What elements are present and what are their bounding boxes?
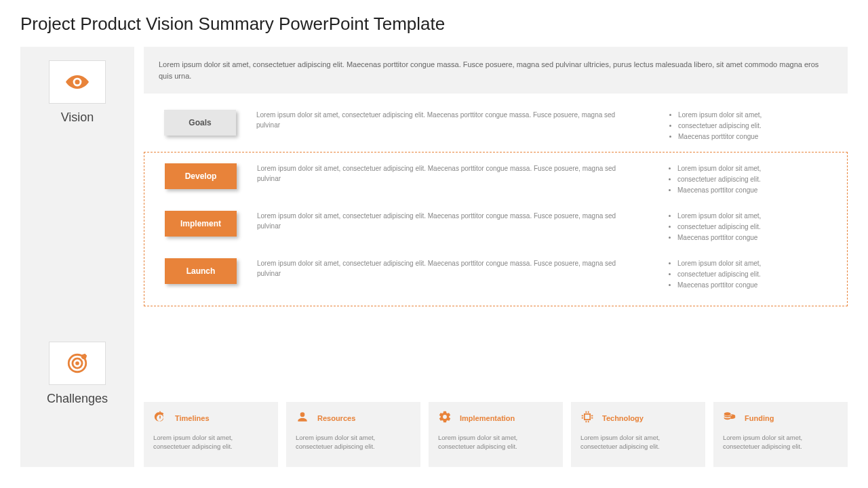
card-body: Lorem ipsum dolor sit amet, consectetuer… [580,433,696,451]
gear-icon [438,410,452,426]
content-area: Lorem ipsum dolor sit amet, consectetuer… [144,47,848,467]
phase-row-implement: Implement Lorem ipsum dolor sit amet, co… [144,205,847,249]
list-item: Lorem ipsum dolor sit amet, [678,110,837,121]
launch-button[interactable]: Launch [165,258,237,284]
stopwatch-icon [153,410,167,426]
dashed-highlight-group: Develop Lorem ipsum dolor sit amet, cons… [144,152,848,306]
list-item: Maecenas porttitor congue [677,232,836,243]
coins-icon [723,410,736,426]
phase-row-develop: Develop Lorem ipsum dolor sit amet, cons… [144,158,847,201]
goals-button[interactable]: Goals [164,110,236,136]
card-implementation: Implementation Lorem ipsum dolor sit ame… [429,402,563,467]
list-item: consectetuer adipiscing elit. [677,269,836,280]
vision-card: Vision [49,60,106,125]
develop-bullets: Lorem ipsum dolor sit amet, consectetuer… [667,163,836,196]
card-body: Lorem ipsum dolor sit amet, consectetuer… [153,433,269,451]
person-icon [296,410,309,426]
implement-desc: Lorem ipsum dolor sit amet, consectetuer… [257,211,646,231]
list-item: consectetuer adipiscing elit. [677,174,836,185]
list-item: consectetuer adipiscing elit. [677,222,836,232]
launch-desc: Lorem ipsum dolor sit amet, consectetuer… [257,258,646,279]
card-body: Lorem ipsum dolor sit amet, consectetuer… [438,433,553,451]
list-item: Lorem ipsum dolor sit amet, [677,211,836,222]
card-title: Resources [317,414,355,422]
main-layout: Vision Challenges Lorem ipsum dolor sit … [20,47,848,467]
implement-button[interactable]: Implement [165,211,237,237]
list-item: Maecenas porttitor congue [677,185,836,196]
develop-button[interactable]: Develop [165,163,237,189]
target-icon [49,342,106,385]
card-title: Technology [602,414,644,422]
card-title: Funding [745,414,774,422]
card-title: Implementation [460,414,515,422]
card-technology: Technology Lorem ipsum dolor sit amet, c… [571,402,705,467]
goals-bullets: Lorem ipsum dolor sit amet, consectetuer… [667,110,837,142]
challenges-card: Challenges [47,342,108,406]
card-title: Timelines [175,414,210,422]
challenge-cards: Timelines Lorem ipsum dolor sit amet, co… [144,402,848,467]
list-item: Maecenas porttitor congue [678,131,837,142]
implement-bullets: Lorem ipsum dolor sit amet, consectetuer… [667,211,836,243]
phase-row-goals: Goals Lorem ipsum dolor sit amet, consec… [144,104,848,148]
list-item: consectetuer adipiscing elit. [678,121,837,131]
develop-desc: Lorem ipsum dolor sit amet, consectetuer… [257,163,646,184]
eye-icon [49,60,106,104]
phases-area: Goals Lorem ipsum dolor sit amet, consec… [144,104,848,402]
list-item: Maecenas porttitor congue [677,280,836,291]
card-timelines: Timelines Lorem ipsum dolor sit amet, co… [144,402,278,467]
challenges-label: Challenges [47,392,108,406]
list-item: Lorem ipsum dolor sit amet, [677,163,836,174]
card-body: Lorem ipsum dolor sit amet, consectetuer… [723,433,838,451]
card-funding: Funding Lorem ipsum dolor sit amet, cons… [713,402,848,467]
list-item: Lorem ipsum dolor sit amet, [677,258,836,269]
goals-desc: Lorem ipsum dolor sit amet, consectetuer… [256,110,647,130]
chip-icon [580,410,594,426]
page-title: Project Product Vision Summary PowerPoin… [20,14,848,35]
card-body: Lorem ipsum dolor sit amet, consectetuer… [296,433,411,451]
sidebar: Vision Challenges [20,47,134,467]
launch-bullets: Lorem ipsum dolor sit amet, consectetuer… [667,258,836,291]
card-resources: Resources Lorem ipsum dolor sit amet, co… [286,402,420,467]
vision-label: Vision [61,110,94,125]
intro-text: Lorem ipsum dolor sit amet, consectetuer… [144,47,848,94]
phase-row-launch: Launch Lorem ipsum dolor sit amet, conse… [144,253,847,296]
